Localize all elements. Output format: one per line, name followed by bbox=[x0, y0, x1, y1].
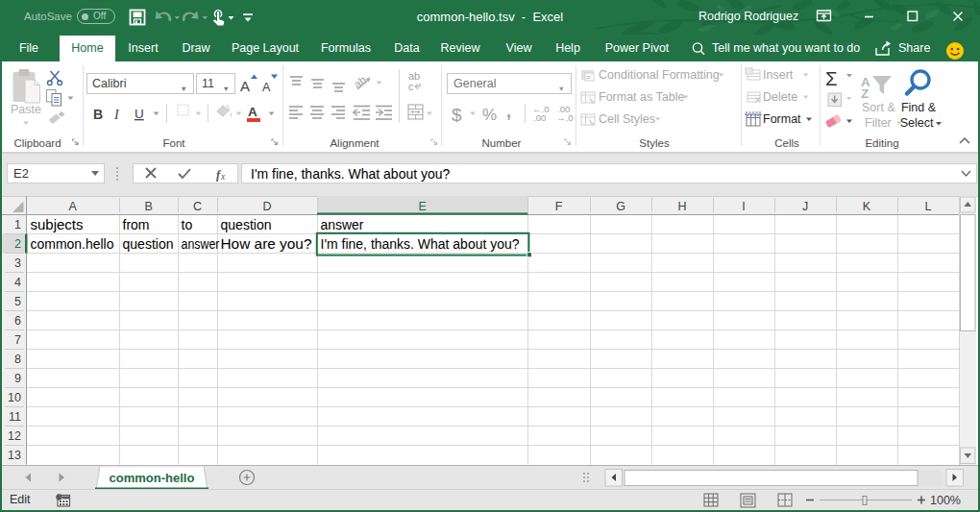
svg-text:D: D bbox=[262, 200, 271, 213]
svg-text:F: F bbox=[555, 200, 563, 213]
svg-text:4: 4 bbox=[14, 276, 21, 289]
svg-text:B: B bbox=[144, 200, 152, 213]
svg-text:10: 10 bbox=[8, 391, 21, 404]
svg-text:question: question bbox=[123, 236, 174, 252]
svg-text:B: B bbox=[93, 107, 103, 122]
svg-text:Cells: Cells bbox=[774, 137, 799, 149]
svg-text:Z: Z bbox=[861, 86, 869, 101]
svg-text:5: 5 bbox=[14, 295, 21, 308]
svg-text:Clipboard: Clipboard bbox=[13, 137, 61, 149]
svg-text:to: to bbox=[182, 217, 193, 232]
svg-text:A: A bbox=[69, 200, 78, 213]
svg-text:I'm fine, thanks. What about y: I'm fine, thanks. What about you? bbox=[321, 236, 520, 252]
svg-text:common-hello: common-hello bbox=[110, 471, 195, 485]
svg-text:G: G bbox=[616, 200, 625, 213]
svg-text:Styles: Styles bbox=[639, 137, 670, 149]
svg-text:U: U bbox=[135, 107, 144, 121]
svg-text:c: c bbox=[408, 81, 414, 92]
svg-text:Format: Format bbox=[763, 112, 801, 126]
svg-text:How are you?: How are you? bbox=[221, 236, 312, 252]
svg-text:7: 7 bbox=[14, 333, 21, 347]
svg-text:Conditional Formatting: Conditional Formatting bbox=[599, 68, 720, 82]
svg-text:answer: answer bbox=[182, 236, 220, 252]
svg-text:E: E bbox=[419, 200, 427, 213]
svg-text:Filter: Filter bbox=[865, 116, 892, 130]
svg-text:I: I bbox=[742, 200, 745, 213]
svg-text:Find &: Find & bbox=[901, 101, 937, 114]
svg-text:A: A bbox=[248, 105, 257, 119]
svg-text:A: A bbox=[240, 78, 250, 94]
svg-text:Insert: Insert bbox=[763, 68, 794, 82]
svg-text:Sort &: Sort & bbox=[862, 101, 895, 114]
svg-text:subjects: subjects bbox=[31, 217, 84, 232]
svg-text:answer: answer bbox=[321, 217, 364, 232]
svg-text:Format as Table: Format as Table bbox=[599, 90, 684, 104]
svg-text:Number: Number bbox=[482, 137, 522, 149]
svg-text:13: 13 bbox=[8, 449, 21, 462]
svg-text:1: 1 bbox=[14, 218, 21, 232]
svg-text:Delete: Delete bbox=[763, 90, 797, 104]
svg-text:Font: Font bbox=[162, 137, 185, 149]
svg-text:→.0: →.0 bbox=[556, 112, 573, 123]
svg-text:✕: ✕ bbox=[754, 95, 762, 105]
svg-text:Cell Styles: Cell Styles bbox=[599, 112, 655, 126]
svg-text:.00: .00 bbox=[533, 112, 546, 123]
svg-text:common.hello: common.hello bbox=[31, 236, 114, 252]
svg-text:A: A bbox=[262, 81, 271, 94]
svg-text:11: 11 bbox=[9, 410, 21, 424]
svg-text:12: 12 bbox=[8, 429, 21, 443]
svg-text:%: % bbox=[482, 106, 497, 124]
svg-text:I: I bbox=[113, 108, 120, 122]
svg-text:Editing: Editing bbox=[865, 137, 898, 149]
svg-text:J: J bbox=[802, 200, 808, 213]
svg-text:8: 8 bbox=[14, 353, 21, 366]
svg-text:Alignment: Alignment bbox=[330, 137, 380, 149]
svg-text:Σ: Σ bbox=[825, 67, 838, 89]
svg-text:2: 2 bbox=[14, 237, 21, 251]
svg-text:≠: ≠ bbox=[587, 73, 592, 82]
svg-text:question: question bbox=[221, 217, 272, 232]
svg-text:C: C bbox=[193, 200, 202, 213]
svg-text:,: , bbox=[506, 102, 511, 121]
svg-text:from: from bbox=[123, 217, 150, 232]
svg-text:Paste: Paste bbox=[11, 103, 41, 116]
svg-text:9: 9 bbox=[14, 372, 21, 385]
svg-text:3: 3 bbox=[14, 256, 21, 270]
svg-text:K: K bbox=[863, 200, 871, 213]
svg-text:H: H bbox=[677, 200, 686, 213]
svg-text:Select: Select bbox=[900, 116, 934, 130]
svg-text:$: $ bbox=[452, 105, 462, 125]
svg-text:L: L bbox=[925, 200, 932, 213]
svg-text:6: 6 bbox=[14, 314, 21, 328]
svg-text:x: x bbox=[220, 172, 226, 182]
svg-text:100%: 100% bbox=[930, 494, 961, 507]
